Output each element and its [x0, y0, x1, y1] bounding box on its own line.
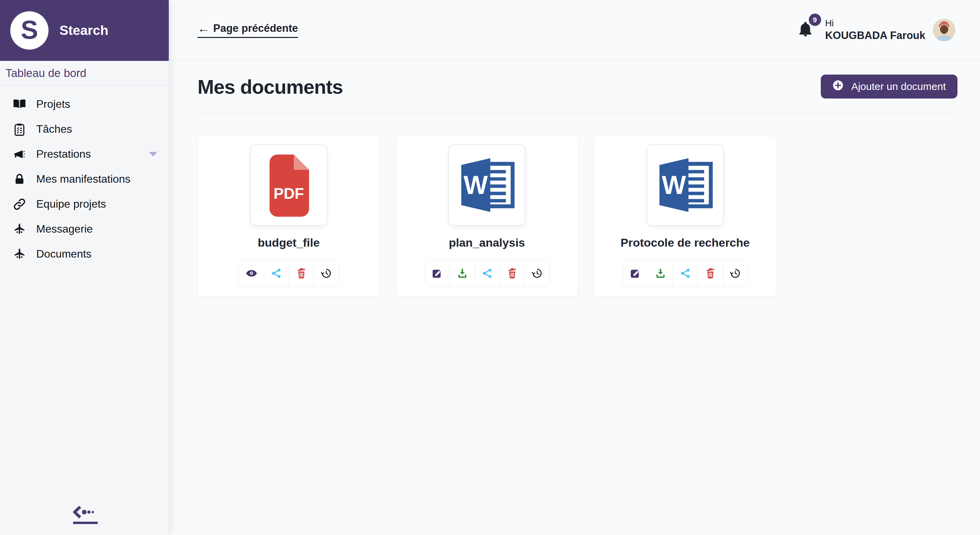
bell-icon — [797, 33, 814, 39]
plus-circle-icon — [832, 80, 844, 93]
sidebar-item-equipe-projets[interactable]: Equipe projets — [0, 192, 169, 217]
sidebar-item-label: Documents — [36, 248, 92, 260]
document-card-protocole-de-recherche: W Protocole de recherche — [594, 136, 776, 297]
sidebar-item-taches[interactable]: Tâches — [0, 117, 169, 142]
history-button[interactable] — [723, 260, 748, 287]
clipboard-list-icon — [13, 123, 29, 136]
share-nodes-icon — [482, 267, 493, 279]
file-preview-box[interactable]: PDF — [250, 144, 327, 226]
delete-button[interactable] — [500, 260, 525, 287]
document-card-plan-analysis: W plan_analysis — [396, 136, 578, 297]
sidebar-collapse-button[interactable] — [71, 505, 100, 524]
megaphone-icon — [13, 147, 29, 161]
svg-text:PDF: PDF — [274, 185, 304, 202]
history-button[interactable] — [314, 260, 339, 287]
left-arrow-icon: ← — [197, 22, 210, 35]
delete-button[interactable] — [289, 260, 314, 287]
content: Mes documents Ajouter un document PDF bu… — [169, 75, 980, 297]
add-document-label: Ajouter un document — [851, 81, 946, 93]
edit-button[interactable] — [425, 260, 450, 287]
avatar[interactable] — [933, 19, 955, 42]
sidebar-item-messagerie[interactable]: Messagerie — [0, 217, 169, 241]
sidebar-item-tableau-de-bord[interactable]: Tableau de bord — [0, 61, 169, 86]
document-actions — [622, 260, 748, 287]
trash-icon — [296, 267, 307, 279]
notification-badge[interactable]: 9 — [809, 14, 821, 26]
history-button[interactable] — [525, 260, 549, 287]
sidebar-item-prestations[interactable]: Prestations — [0, 142, 169, 166]
brand-header: S Stearch — [0, 0, 169, 61]
share-nodes-icon — [679, 267, 691, 279]
trash-icon — [506, 267, 518, 279]
chevron-down-icon — [149, 152, 157, 157]
collapse-arrow-icon — [71, 505, 100, 519]
eye-icon — [246, 267, 257, 279]
page-title: Mes documents — [197, 75, 343, 98]
sidebar-item-mes-manifestations[interactable]: Mes manifestations — [0, 166, 169, 192]
book-open-icon — [13, 97, 29, 111]
download-icon — [655, 267, 666, 279]
file-preview-box[interactable]: W — [646, 144, 724, 226]
documents-grid: PDF budget_file W plan_analysis W Protoc… — [197, 136, 958, 297]
dashboard-label: Tableau de bord — [5, 67, 86, 80]
notifications-button[interactable]: 9 — [797, 21, 815, 39]
title-divider — [197, 113, 958, 114]
file-preview-box[interactable]: W — [448, 144, 525, 226]
svg-text:W: W — [464, 171, 488, 200]
word-file-icon: W — [453, 152, 520, 219]
back-link-label: Page précédente — [213, 22, 298, 35]
jet-up-icon — [13, 222, 29, 236]
sidebar-nav: Projets Tâches Prestations Mes manifesta… — [0, 92, 169, 267]
share-button[interactable] — [475, 260, 500, 287]
main-area: ← Page précédente 9 Hi KOUGBADA Farouk M… — [169, 0, 980, 535]
link-icon — [13, 197, 29, 211]
brand-name: Stearch — [59, 23, 108, 38]
document-card-budget-file: PDF budget_file — [197, 136, 380, 297]
add-document-button[interactable]: Ajouter un document — [821, 75, 958, 99]
edit-button[interactable] — [623, 260, 648, 287]
document-name: budget_file — [258, 236, 320, 249]
greeting-text: Hi — [825, 18, 925, 29]
view-button[interactable] — [239, 260, 264, 287]
history-icon — [531, 267, 543, 279]
document-actions — [239, 260, 339, 287]
download-button[interactable] — [648, 260, 673, 287]
share-button[interactable] — [264, 260, 289, 287]
share-nodes-icon — [270, 267, 282, 279]
sidebar-item-documents[interactable]: Documents — [0, 241, 169, 267]
collapse-underline — [73, 522, 98, 524]
document-name: plan_analysis — [449, 236, 525, 249]
download-icon — [457, 267, 468, 279]
word-file-icon: W — [652, 152, 719, 219]
document-actions — [425, 260, 550, 287]
sidebar-item-label: Projets — [36, 98, 70, 110]
user-name: KOUGBADA Farouk — [825, 29, 925, 42]
lock-icon — [13, 172, 29, 186]
pen-square-icon — [629, 267, 641, 279]
sidebar-item-projets[interactable]: Projets — [0, 92, 169, 117]
stearch-logo-icon[interactable]: S — [10, 11, 49, 50]
history-icon — [320, 267, 332, 279]
sidebar-item-label: Equipe projets — [36, 198, 106, 210]
history-icon — [730, 267, 741, 279]
pdf-file-icon: PDF — [263, 153, 315, 217]
delete-button[interactable] — [698, 260, 723, 287]
title-row: Mes documents Ajouter un document — [197, 75, 958, 99]
back-link[interactable]: ← Page précédente — [197, 22, 298, 38]
greeting-block: Hi KOUGBADA Farouk — [825, 18, 925, 42]
topbar: ← Page précédente 9 Hi KOUGBADA Farouk — [169, 0, 980, 60]
sidebar-item-label: Messagerie — [36, 223, 92, 235]
trash-icon — [705, 267, 716, 279]
sidebar-item-label: Tâches — [36, 123, 72, 136]
jet-up-icon — [13, 247, 29, 261]
share-button[interactable] — [673, 260, 698, 287]
svg-text:W: W — [662, 171, 686, 200]
user-cluster: 9 Hi KOUGBADA Farouk — [797, 18, 955, 42]
sidebar-item-label: Prestations — [36, 148, 91, 160]
download-button[interactable] — [450, 260, 475, 287]
pen-square-icon — [431, 267, 443, 279]
document-name: Protocole de recherche — [620, 236, 750, 249]
sidebar-item-label: Mes manifestations — [36, 173, 130, 185]
sidebar: S Stearch Tableau de bord Projets Tâches… — [0, 0, 169, 535]
